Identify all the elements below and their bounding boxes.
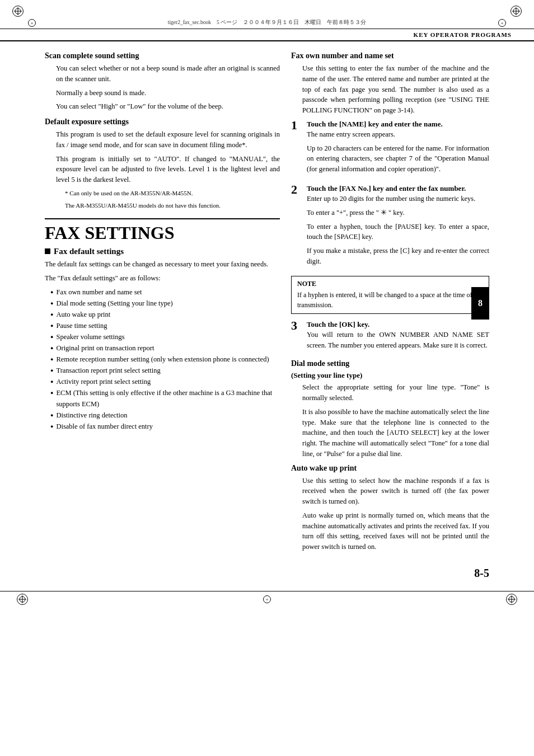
step-2: 2 Touch the [FAX No.] key and enter the … (291, 184, 489, 270)
default-exposure-footnote1: * Can only be used on the AR-M355N/AR-M4… (56, 189, 280, 198)
step-3-title: Touch the [OK] key. (307, 320, 489, 330)
fax-own-number-heading: Fax own number and name set (291, 51, 489, 60)
fax-own-number-section: Fax own number and name set Use this set… (291, 51, 489, 116)
step-1-para1: The name entry screen appears. (307, 129, 489, 140)
note-text: If a hyphen is entered, it will be chang… (297, 290, 483, 310)
fax-default-section: Fax default settings The default fax set… (45, 247, 280, 433)
inner-left-reg (28, 19, 36, 27)
note-box: NOTE If a hyphen is entered, it will be … (291, 276, 489, 314)
dial-mode-subheading: (Setting your line type) (291, 371, 489, 380)
bottom-right-reg-mark (506, 594, 517, 605)
auto-wake-body: Use this setting to select how the machi… (291, 476, 489, 552)
fax-default-heading-text: Fax default settings (54, 247, 124, 256)
left-column: Scan complete sound setting You can sele… (45, 51, 280, 556)
dial-mode-heading: Dial mode setting (291, 359, 489, 368)
default-exposure-footnote2: The AR-M355U/AR-M455U models do not have… (56, 201, 280, 210)
right-column: Fax own number and name set Use this set… (291, 51, 489, 556)
step-1: 1 Touch the [NAME] key and enter the nam… (291, 119, 489, 178)
step-1-para2: Up to 20 characters can be entered for t… (307, 143, 489, 175)
list-item: ECM (This setting is only effective if t… (50, 387, 280, 410)
list-item: Activity report print select setting (50, 376, 280, 387)
main-content: Scan complete sound setting You can sele… (0, 46, 534, 585)
top-right-reg-mark (510, 6, 522, 17)
auto-wake-heading: Auto wake up print (291, 464, 489, 473)
step-3-number: 3 (291, 320, 302, 354)
step-2-para1: Enter up to 20 digits for the number usi… (307, 194, 489, 204)
file-info: tiger2_fax_sec.book 5 ページ ２００４年９月１６日 木曜日… (168, 19, 366, 26)
note-label: NOTE (297, 280, 483, 288)
step-3: 3 Touch the [OK] key. You will return to… (291, 320, 489, 354)
step-1-title: Touch the [NAME] key and enter the name. (307, 119, 489, 129)
list-item: Distinctive ring detection (50, 410, 280, 421)
fax-default-para2: The "Fax default settings" are as follow… (45, 273, 280, 284)
list-item: Remote reception number setting (only wh… (50, 354, 280, 365)
list-item: Pause time setting (50, 320, 280, 331)
step-3-para1: You will return to the OWN NUMBER AND NA… (307, 330, 489, 351)
dial-mode-body: Select the appropriate setting for your … (291, 382, 489, 459)
bottom-left-reg-mark (17, 594, 28, 605)
fax-own-number-body: Use this setting to enter the fax number… (291, 63, 489, 116)
fax-default-heading: Fax default settings (45, 247, 280, 256)
list-item: Dial mode setting (Setting your line typ… (50, 298, 280, 309)
top-outer-marks (0, 0, 534, 17)
scan-sound-para2: Normally a beep sound is made. (56, 88, 280, 98)
list-item: Fax own number and name set (50, 287, 280, 298)
fax-settings-title: FAX SETTINGS (45, 218, 280, 243)
list-item: Speaker volume settings (50, 331, 280, 342)
bottom-marks (0, 591, 534, 607)
fax-default-para1: The default fax settings can be changed … (45, 259, 280, 270)
auto-wake-para2: Auto wake up print is normally turned on… (302, 510, 489, 552)
step-2-para4: If you make a mistake, press the [C] key… (307, 246, 489, 267)
step-2-content: Touch the [FAX No.] key and enter the fa… (307, 184, 489, 270)
section-title: KEY OPERATOR PROGRAMS (414, 31, 512, 38)
list-item: Disable of fax number direct entry (50, 421, 280, 432)
top-left-reg-mark (12, 6, 24, 17)
fax-own-number-para1: Use this setting to enter the fax number… (302, 63, 489, 116)
inner-right-reg (498, 19, 506, 27)
header-bar: tiger2_fax_sec.book 5 ページ ２００４年９月１６日 木曜日… (0, 17, 534, 29)
step-2-para3: To enter a hyphen, touch the [PAUSE] key… (307, 222, 489, 243)
chapter-tab: 8 (471, 287, 489, 320)
dial-mode-section: Dial mode setting (Setting your line typ… (291, 359, 489, 459)
scan-sound-heading: Scan complete sound setting (45, 51, 280, 60)
content-area: Scan complete sound setting You can sele… (22, 46, 512, 561)
scan-sound-section: Scan complete sound setting You can sele… (45, 51, 280, 112)
default-exposure-heading: Default exposure settings (45, 118, 280, 126)
default-exposure-section: Default exposure settings This program i… (45, 118, 280, 210)
fax-default-bullet-list: Fax own number and name set Dial mode se… (45, 287, 280, 432)
step-1-content: Touch the [NAME] key and enter the name.… (307, 119, 489, 178)
default-exposure-body: This program is used to set the default … (45, 129, 280, 210)
scan-sound-para3: You can select "High" or "Low" for the v… (56, 101, 280, 112)
list-item: Transaction report print select setting (50, 365, 280, 376)
page: tiger2_fax_sec.book 5 ページ ２００４年９月１６日 木曜日… (0, 0, 534, 756)
scan-sound-body: You can select whether or not a beep sou… (45, 63, 280, 112)
section-title-bar: KEY OPERATOR PROGRAMS (0, 29, 534, 41)
list-item: Auto wake up print (50, 309, 280, 320)
step-2-number: 2 (291, 184, 302, 270)
default-exposure-para2: This program is initially set to "AUTO".… (56, 154, 280, 185)
dial-mode-para1: Select the appropriate setting for your … (302, 382, 489, 403)
auto-wake-section: Auto wake up print Use this setting to s… (291, 464, 489, 552)
scan-sound-para1: You can select whether or not a beep sou… (56, 63, 280, 84)
auto-wake-para1: Use this setting to select how the machi… (302, 476, 489, 507)
step-3-content: Touch the [OK] key. You will return to t… (307, 320, 489, 354)
step-1-number: 1 (291, 119, 302, 178)
default-exposure-para1: This program is used to set the default … (56, 129, 280, 151)
dial-mode-para2: It is also possible to have the machine … (302, 407, 489, 459)
black-square-icon (45, 248, 50, 254)
page-number: 8-5 (474, 567, 489, 580)
step-2-para2: To enter a "+", press the " ✳ " key. (307, 208, 489, 218)
step-2-title: Touch the [FAX No.] key and enter the fa… (307, 184, 489, 194)
list-item: Original print on transaction report (50, 342, 280, 354)
bottom-center-reg (263, 595, 271, 603)
